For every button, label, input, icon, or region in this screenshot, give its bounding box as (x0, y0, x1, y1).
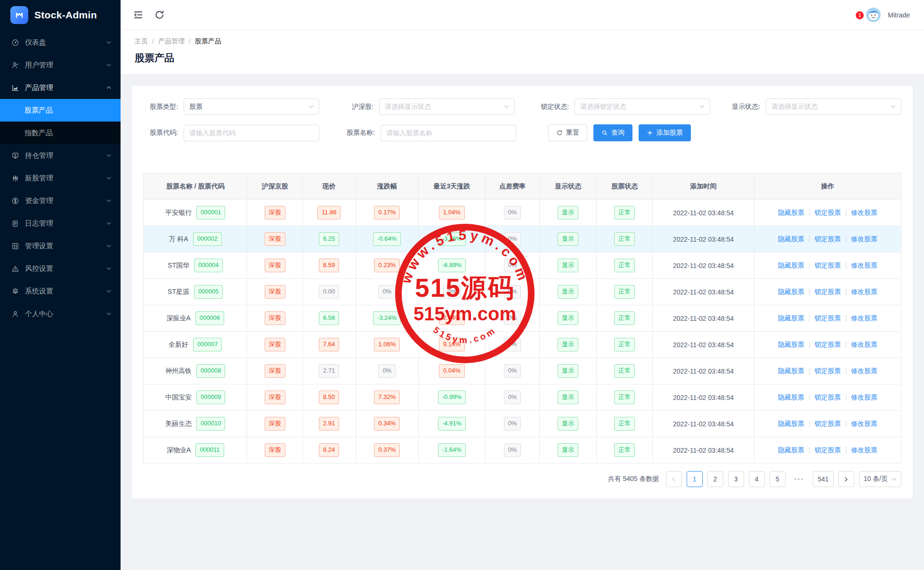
page-size-select[interactable]: 10 条/页 (859, 471, 901, 487)
stock-products-card: 股票类型: 股票 沪深股: 请选择显示状态 锁定状态: (132, 86, 913, 498)
sidebar-item-log-management[interactable]: 日志管理 (0, 212, 121, 235)
sidebar-item-system-settings[interactable]: 系统设置 (0, 280, 121, 302)
page-button-1[interactable]: 1 (687, 471, 703, 487)
sidebar-item-stock-products[interactable]: 股票产品 (0, 99, 121, 122)
lock-stock-link[interactable]: 锁定股票 (814, 209, 841, 216)
sidebar-item-product-management[interactable]: 产品管理 (0, 76, 121, 99)
sidebar-item-position-management[interactable]: 持仓管理 (0, 144, 121, 167)
money-icon (11, 197, 19, 205)
hide-stock-link[interactable]: 隐藏股票 (778, 446, 804, 454)
lock-stock-link[interactable]: 锁定股票 (814, 393, 841, 401)
stock-status-badge: 正常 (614, 232, 635, 246)
hide-stock-link[interactable]: 隐藏股票 (778, 235, 804, 243)
lock-stock-link[interactable]: 锁定股票 (814, 341, 841, 348)
market-badge: 深股 (265, 391, 285, 404)
hs-stock-select[interactable]: 请选择显示状态 (379, 98, 515, 115)
add-stock-button[interactable]: 添加股票 (639, 124, 691, 141)
next-page-button[interactable] (838, 471, 854, 487)
sidebar-item-personal-center[interactable]: 个人中心 (0, 302, 121, 325)
candles-icon (11, 174, 19, 182)
chevron-down-icon (504, 105, 509, 108)
page-button-541[interactable]: 541 (813, 471, 833, 487)
hide-stock-link[interactable]: 隐藏股票 (778, 341, 804, 348)
edit-stock-link[interactable]: 修改股票 (851, 341, 877, 348)
table-row: 深振业A000006深股6.56-3.24%2.04%0%显示正常2022-11… (144, 305, 901, 332)
sidebar-menu: 仪表盘用户管理产品管理股票产品指数产品持仓管理新股管理资金管理日志管理管理设置风… (0, 30, 121, 325)
market-badge: 深股 (265, 206, 285, 220)
market-badge: 深股 (265, 443, 285, 457)
lock-stock-link[interactable]: 锁定股票 (814, 314, 841, 322)
edit-stock-link[interactable]: 修改股票 (851, 261, 877, 269)
edit-stock-link[interactable]: 修改股票 (851, 420, 877, 427)
spread-fee-badge: 0% (504, 285, 521, 299)
breadcrumb-item[interactable]: 主页 (135, 37, 148, 46)
hide-stock-link[interactable]: 隐藏股票 (778, 393, 804, 401)
edit-stock-link[interactable]: 修改股票 (851, 446, 877, 454)
breadcrumb-item[interactable]: 产品管理 (158, 37, 185, 46)
lock-stock-link[interactable]: 锁定股票 (814, 420, 841, 427)
lock-stock-link[interactable]: 锁定股票 (814, 367, 841, 375)
sidebar-item-new-stock-management[interactable]: 新股管理 (0, 167, 121, 189)
edit-stock-link[interactable]: 修改股票 (851, 314, 877, 322)
display-status-badge: 显示 (558, 232, 578, 246)
hide-stock-link[interactable]: 隐藏股票 (778, 420, 804, 427)
stock-code-input[interactable] (184, 125, 319, 141)
hide-stock-link[interactable]: 隐藏股票 (778, 314, 804, 322)
change-badge: 0.17% (374, 206, 400, 220)
page-button-5[interactable]: 5 (770, 471, 786, 487)
action-divider: | (845, 446, 847, 454)
hide-stock-link[interactable]: 隐藏股票 (778, 367, 804, 375)
sidebar-item-user-management[interactable]: 用户管理 (0, 54, 121, 76)
edit-stock-link[interactable]: 修改股票 (851, 393, 877, 401)
sidebar-item-risk-settings[interactable]: 风控设置 (0, 257, 121, 280)
menu-fold-icon[interactable] (133, 9, 144, 20)
spread-fee-badge: 0% (504, 311, 521, 325)
hide-stock-link[interactable]: 隐藏股票 (778, 261, 804, 269)
prev-page-button[interactable] (666, 471, 682, 487)
table-row: ST国华000004深股8.590.23%-6.89%0%显示正常2022-11… (144, 252, 901, 279)
reset-icon (556, 130, 563, 136)
sidebar-item-dashboard[interactable]: 仪表盘 (0, 31, 121, 54)
sidebar-item-fund-management[interactable]: 资金管理 (0, 189, 121, 212)
display-status-badge: 显示 (558, 391, 578, 404)
breadcrumb-item: 股票产品 (195, 37, 221, 46)
sidebar-item-admin-settings[interactable]: 管理设置 (0, 235, 121, 257)
lock-stock-link[interactable]: 锁定股票 (814, 446, 841, 454)
added-time: 2022-11-02 03:48:54 (673, 420, 734, 428)
edit-stock-link[interactable]: 修改股票 (851, 288, 877, 295)
stock-name: 万 科A (169, 235, 188, 244)
three-day-change-badge: -6.89% (438, 259, 466, 272)
lock-status-select[interactable]: 请选择锁定状态 (575, 98, 710, 115)
edit-stock-link[interactable]: 修改股票 (851, 209, 877, 216)
lock-stock-link[interactable]: 锁定股票 (814, 288, 841, 295)
table-row: 平安银行000001深股11.860.17%1.04%0%显示正常2022-11… (144, 200, 901, 226)
market-badge: 深股 (265, 259, 285, 272)
table-header-cell: 操作 (754, 173, 901, 200)
chevron-down-icon (106, 177, 111, 179)
display-status-select[interactable]: 请选择显示状态 (766, 98, 901, 115)
edit-stock-link[interactable]: 修改股票 (851, 367, 877, 375)
change-badge: 7.32% (374, 391, 400, 404)
search-button[interactable]: 查询 (593, 124, 632, 141)
hide-stock-link[interactable]: 隐藏股票 (778, 209, 804, 216)
stock-name-input[interactable] (381, 125, 516, 141)
action-divider: | (809, 314, 811, 322)
page-button-2[interactable]: 2 (707, 471, 723, 487)
username[interactable]: Mitrade (888, 11, 910, 19)
page-button-3[interactable]: 3 (728, 471, 744, 487)
hide-stock-link[interactable]: 隐藏股票 (778, 288, 804, 295)
page-ellipsis[interactable]: ••• (790, 471, 809, 487)
lock-stock-link[interactable]: 锁定股票 (814, 235, 841, 243)
table-row: 美丽生态000010深股2.910.34%-4.91%0%显示正常2022-11… (144, 411, 901, 437)
stock-code-badge: 000006 (195, 311, 224, 325)
page-title: 股票产品 (135, 51, 910, 65)
edit-stock-link[interactable]: 修改股票 (851, 235, 877, 243)
reset-button[interactable]: 重置 (548, 124, 587, 141)
reload-icon[interactable] (154, 9, 165, 20)
display-status-label: 显示状态: (732, 103, 766, 111)
lock-stock-link[interactable]: 锁定股票 (814, 261, 841, 269)
sidebar-item-index-products[interactable]: 指数产品 (0, 122, 121, 144)
avatar[interactable] (866, 8, 881, 22)
stock-type-select[interactable]: 股票 (184, 98, 319, 115)
page-button-4[interactable]: 4 (749, 471, 765, 487)
